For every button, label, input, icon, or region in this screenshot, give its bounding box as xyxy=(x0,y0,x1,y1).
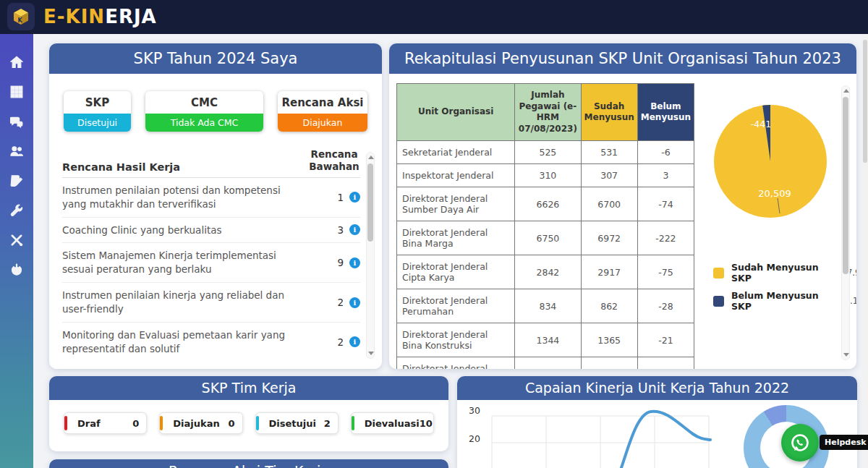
info-icon[interactable]: i xyxy=(349,224,360,235)
rencana-aksi-card: Rencana Aksi Tim Kerja xyxy=(49,459,448,468)
info-icon[interactable]: i xyxy=(349,336,360,347)
list-item: Sistem Manajemen Kinerja terimplementasi… xyxy=(62,243,360,283)
wrench-icon[interactable] xyxy=(10,204,23,217)
stat-draf[interactable]: Draf0 xyxy=(64,412,147,434)
list-scrollbar[interactable] xyxy=(366,152,375,359)
tools-icon[interactable] xyxy=(10,234,23,247)
scrollbar-thumb[interactable] xyxy=(843,97,848,274)
home-icon[interactable] xyxy=(10,56,23,69)
app-logo[interactable]: K E-KINERJA xyxy=(7,3,157,30)
col-header-belum: Belum Menyusun xyxy=(637,84,694,141)
rencana-hasil-kerja-list: Rencana Hasil Kerja Rencana Bawahan Inst… xyxy=(62,148,360,360)
status-label: Rencana Aksi xyxy=(278,91,367,114)
col-header-jumlah: Jumlah Pegawai (e-HRM 07/08/2023) xyxy=(515,84,581,141)
rekap-scrollbar[interactable] xyxy=(841,85,850,360)
list-col-header-right: Rencana Bawahan xyxy=(308,148,360,173)
apps-grid-icon[interactable] xyxy=(10,85,23,98)
legend-item[interactable]: Belum Menyusun SKP -2.1% xyxy=(713,290,856,312)
pie-label-sudah: 20,509 xyxy=(758,188,791,199)
status-badge: Tidak Ada CMC xyxy=(145,114,263,132)
list-item: Monitoring dan Evaluasi pemetaan karir y… xyxy=(62,323,360,360)
list-item: Instrumen penilaian potensi dan kompeten… xyxy=(62,178,360,218)
info-icon[interactable]: i xyxy=(349,297,360,308)
topbar: K E-KINERJA xyxy=(0,0,868,34)
stat-diajukan[interactable]: Diajukan0 xyxy=(159,412,242,434)
rekap-title: Rekapitulasi Penyusunan SKP Unit Organis… xyxy=(389,43,856,74)
status-label: CMC xyxy=(145,91,263,114)
legend-swatch-navy xyxy=(713,296,724,307)
sidebar-nav xyxy=(0,34,33,468)
users-icon[interactable] xyxy=(10,145,23,158)
status-badge: Diajukan xyxy=(278,114,367,132)
stat-dievaluasi[interactable]: Dievaluasi10 xyxy=(351,412,434,434)
comments-icon[interactable] xyxy=(10,115,23,128)
rencana-aksi-status-button[interactable]: Rencana Aksi Diajukan xyxy=(278,91,367,132)
count: 3 xyxy=(337,224,344,236)
rencana-aksi-title: Rencana Aksi Tim Kerja xyxy=(49,459,448,468)
list-item: Coaching Clinic yang berkualitas 3i xyxy=(62,218,360,244)
skp-saya-card: SKP Tahun 2024 Saya SKP Disetujui CMC Ti… xyxy=(49,43,382,369)
count: 2 xyxy=(337,297,344,308)
scrollbar-thumb[interactable] xyxy=(367,163,373,242)
skp-status-button[interactable]: SKP Disetujui xyxy=(64,91,131,132)
table-row: Direktorat Jenderal Bina Marga67506972-2… xyxy=(397,221,694,255)
pie-label-belum: -441 xyxy=(751,119,771,129)
tim-kerja-title: SKP Tim Kerja xyxy=(49,376,448,400)
table-row: Direktorat Jenderal Sumber Daya Air66266… xyxy=(397,187,694,221)
blue-series-line xyxy=(612,412,710,468)
skp-saya-title: SKP Tahun 2024 Saya xyxy=(49,43,382,74)
svg-text:K: K xyxy=(18,17,23,24)
col-header-sudah: Sudah Menyusun xyxy=(581,84,637,141)
info-icon[interactable]: i xyxy=(349,258,360,268)
whatsapp-button[interactable] xyxy=(781,424,819,461)
file-edit-icon[interactable] xyxy=(10,174,23,187)
capaian-title: Capaian Kinerja Unit Kerja Tahun 2022 xyxy=(457,376,857,400)
power-icon[interactable] xyxy=(10,263,23,276)
table-row: Direktorat Jenderal Pembiayaan Infrastru… xyxy=(397,357,694,369)
cube-logo-icon: K xyxy=(7,3,35,30)
list-item: Instrumen penilaian kinerja yang reliabe… xyxy=(62,283,360,323)
table-row: Inspektorat Jenderal3103073 xyxy=(397,164,694,187)
brand-text: E-KINERJA xyxy=(43,6,157,27)
table-row: Direktorat Jenderal Cipta Karya28422917-… xyxy=(397,255,694,289)
rekap-card: Rekapitulasi Penyusunan SKP Unit Organis… xyxy=(389,43,856,369)
status-label: SKP xyxy=(64,91,131,114)
status-badge: Disetujui xyxy=(64,114,131,132)
brand-secondary: ERJA xyxy=(105,6,157,27)
table-row: Direktorat Jenderal Bina Konstruksi13441… xyxy=(397,323,694,357)
list-col-header-left: Rencana Hasil Kerja xyxy=(62,161,180,173)
helpdesk-label[interactable]: Helpdesk xyxy=(820,435,868,450)
brand-primary: E-KIN xyxy=(43,6,105,27)
page-scrollbar[interactable] xyxy=(862,34,868,468)
skp-pie-chart: -441 20,509 xyxy=(712,103,828,219)
info-icon[interactable]: i xyxy=(349,192,360,203)
status-row: SKP Disetujui CMC Tidak Ada CMC Rencana … xyxy=(49,74,382,132)
col-header-unit: Unit Organisasi xyxy=(397,84,515,141)
legend-swatch-yellow xyxy=(713,268,724,278)
count: 2 xyxy=(337,336,344,348)
line-chart xyxy=(457,402,718,468)
whatsapp-icon xyxy=(789,432,811,454)
count: 9 xyxy=(337,257,344,268)
legend-item[interactable]: Sudah Menyusun SKP 97.9% xyxy=(713,262,856,284)
stat-disetujui[interactable]: Disetujui2 xyxy=(255,412,339,434)
page-scrollbar-thumb[interactable] xyxy=(863,40,867,163)
cmc-status-button[interactable]: CMC Tidak Ada CMC xyxy=(145,91,263,132)
table-row: Direktorat Jenderal Perumahan834862-28 xyxy=(397,289,694,323)
rekap-table: Unit Organisasi Jumlah Pegawai (e-HRM 07… xyxy=(396,83,694,369)
table-row: Sekretariat Jenderal525531-6 xyxy=(397,141,694,164)
count: 1 xyxy=(337,192,344,203)
tim-kerja-stats: Draf0 Diajukan0 Disetujui2 Dievaluasi10 xyxy=(49,400,448,434)
skp-tim-kerja-card: SKP Tim Kerja Draf0 Diajukan0 Disetujui2… xyxy=(49,376,448,451)
pie-legend: Sudah Menyusun SKP 97.9% Belum Menyusun … xyxy=(713,262,856,312)
